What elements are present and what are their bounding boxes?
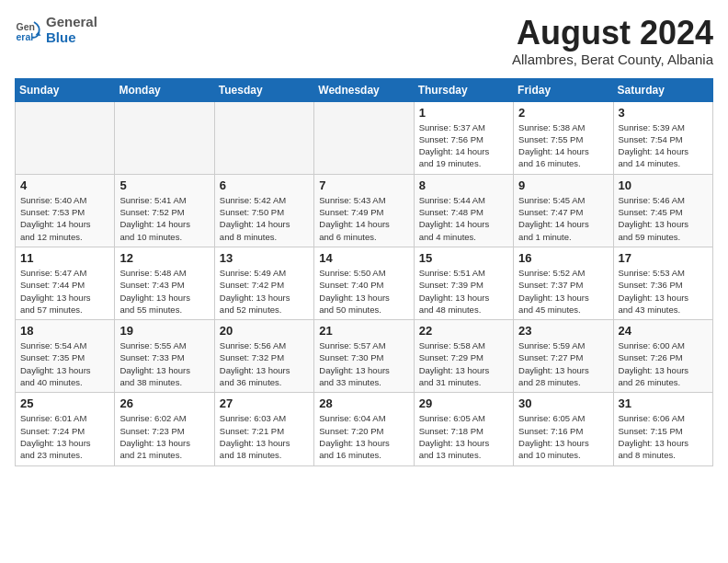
day-number: 30	[518, 396, 608, 410]
day-number: 16	[518, 251, 608, 265]
calendar-cell	[214, 101, 313, 174]
logo-text: General Blue	[46, 15, 97, 45]
calendar-cell: 21Sunrise: 5:57 AM Sunset: 7:30 PM Dayli…	[314, 320, 414, 393]
day-info: Sunrise: 5:58 AM Sunset: 7:29 PM Dayligh…	[419, 339, 508, 388]
day-number: 20	[220, 324, 309, 338]
calendar-cell: 16Sunrise: 5:52 AM Sunset: 7:37 PM Dayli…	[514, 247, 613, 319]
day-number: 29	[419, 396, 508, 410]
day-number: 22	[419, 324, 508, 338]
calendar-cell: 3Sunrise: 5:39 AM Sunset: 7:54 PM Daylig…	[613, 101, 712, 174]
weekday-header-wednesday: Wednesday	[314, 78, 414, 101]
day-info: Sunrise: 5:53 AM Sunset: 7:36 PM Dayligh…	[619, 267, 708, 316]
day-info: Sunrise: 5:37 AM Sunset: 7:56 PM Dayligh…	[419, 121, 508, 170]
calendar-week-row: 4Sunrise: 5:40 AM Sunset: 7:53 PM Daylig…	[16, 174, 713, 247]
day-info: Sunrise: 6:06 AM Sunset: 7:15 PM Dayligh…	[619, 412, 708, 461]
page-header: Gen eral General Blue August 2024 Allamb…	[15, 15, 713, 67]
day-info: Sunrise: 6:05 AM Sunset: 7:16 PM Dayligh…	[518, 412, 608, 461]
weekday-header-friday: Friday	[514, 78, 613, 101]
calendar-header: SundayMondayTuesdayWednesdayThursdayFrid…	[16, 78, 713, 101]
calendar-week-row: 11Sunrise: 5:47 AM Sunset: 7:44 PM Dayli…	[16, 247, 713, 319]
day-number: 2	[518, 106, 608, 120]
day-info: Sunrise: 5:55 AM Sunset: 7:33 PM Dayligh…	[119, 339, 209, 388]
day-number: 13	[220, 251, 309, 265]
calendar-cell: 7Sunrise: 5:43 AM Sunset: 7:49 PM Daylig…	[314, 174, 414, 247]
day-info: Sunrise: 5:56 AM Sunset: 7:32 PM Dayligh…	[220, 339, 309, 388]
day-info: Sunrise: 5:38 AM Sunset: 7:55 PM Dayligh…	[518, 121, 608, 170]
day-number: 15	[419, 251, 508, 265]
calendar-cell: 14Sunrise: 5:50 AM Sunset: 7:40 PM Dayli…	[314, 247, 414, 319]
calendar-cell: 12Sunrise: 5:48 AM Sunset: 7:43 PM Dayli…	[115, 247, 214, 319]
calendar-cell: 25Sunrise: 6:01 AM Sunset: 7:24 PM Dayli…	[16, 393, 115, 465]
calendar-table: SundayMondayTuesdayWednesdayThursdayFrid…	[15, 78, 713, 466]
calendar-cell: 9Sunrise: 5:45 AM Sunset: 7:47 PM Daylig…	[514, 174, 613, 247]
day-info: Sunrise: 5:42 AM Sunset: 7:50 PM Dayligh…	[220, 194, 309, 243]
day-info: Sunrise: 5:45 AM Sunset: 7:47 PM Dayligh…	[518, 194, 608, 243]
day-info: Sunrise: 5:51 AM Sunset: 7:39 PM Dayligh…	[419, 267, 508, 316]
calendar-cell: 2Sunrise: 5:38 AM Sunset: 7:55 PM Daylig…	[514, 101, 613, 174]
day-number: 4	[20, 178, 109, 192]
day-number: 12	[119, 251, 209, 265]
calendar-cell: 4Sunrise: 5:40 AM Sunset: 7:53 PM Daylig…	[16, 174, 115, 247]
location-subtitle: Allambres, Berat County, Albania	[512, 52, 713, 67]
day-number: 1	[419, 106, 508, 120]
calendar-cell: 11Sunrise: 5:47 AM Sunset: 7:44 PM Dayli…	[16, 247, 115, 319]
day-info: Sunrise: 5:46 AM Sunset: 7:45 PM Dayligh…	[619, 194, 708, 243]
logo: Gen eral General Blue	[15, 15, 97, 45]
calendar-week-row: 18Sunrise: 5:54 AM Sunset: 7:35 PM Dayli…	[16, 320, 713, 393]
calendar-cell: 13Sunrise: 5:49 AM Sunset: 7:42 PM Dayli…	[214, 247, 313, 319]
svg-text:eral: eral	[17, 30, 34, 41]
day-info: Sunrise: 5:47 AM Sunset: 7:44 PM Dayligh…	[20, 267, 109, 316]
day-info: Sunrise: 5:49 AM Sunset: 7:42 PM Dayligh…	[220, 267, 309, 316]
calendar-cell: 15Sunrise: 5:51 AM Sunset: 7:39 PM Dayli…	[414, 247, 513, 319]
day-info: Sunrise: 5:39 AM Sunset: 7:54 PM Dayligh…	[619, 121, 708, 170]
calendar-cell: 28Sunrise: 6:04 AM Sunset: 7:20 PM Dayli…	[314, 393, 414, 465]
weekday-header-saturday: Saturday	[613, 78, 712, 101]
calendar-body: 1Sunrise: 5:37 AM Sunset: 7:56 PM Daylig…	[16, 101, 713, 465]
month-title: August 2024	[512, 15, 713, 52]
day-number: 11	[20, 251, 109, 265]
logo-blue: Blue	[46, 30, 97, 46]
weekday-header-monday: Monday	[115, 78, 214, 101]
day-number: 23	[518, 324, 608, 338]
day-info: Sunrise: 5:52 AM Sunset: 7:37 PM Dayligh…	[518, 267, 608, 316]
day-number: 19	[119, 324, 209, 338]
day-number: 26	[119, 396, 209, 410]
day-info: Sunrise: 6:05 AM Sunset: 7:18 PM Dayligh…	[419, 412, 508, 461]
day-info: Sunrise: 5:44 AM Sunset: 7:48 PM Dayligh…	[419, 194, 508, 243]
day-info: Sunrise: 5:57 AM Sunset: 7:30 PM Dayligh…	[319, 339, 408, 388]
day-info: Sunrise: 5:43 AM Sunset: 7:49 PM Dayligh…	[319, 194, 408, 243]
title-area: August 2024 Allambres, Berat County, Alb…	[512, 15, 713, 67]
weekday-header-tuesday: Tuesday	[214, 78, 313, 101]
day-info: Sunrise: 5:59 AM Sunset: 7:27 PM Dayligh…	[518, 339, 608, 388]
calendar-week-row: 1Sunrise: 5:37 AM Sunset: 7:56 PM Daylig…	[16, 101, 713, 174]
calendar-cell: 19Sunrise: 5:55 AM Sunset: 7:33 PM Dayli…	[115, 320, 214, 393]
day-info: Sunrise: 6:01 AM Sunset: 7:24 PM Dayligh…	[20, 412, 109, 461]
day-number: 25	[20, 396, 109, 410]
calendar-cell: 5Sunrise: 5:41 AM Sunset: 7:52 PM Daylig…	[115, 174, 214, 247]
day-number: 31	[619, 396, 708, 410]
day-number: 5	[119, 178, 209, 192]
weekday-header-thursday: Thursday	[414, 78, 513, 101]
day-number: 10	[619, 178, 708, 192]
day-info: Sunrise: 6:04 AM Sunset: 7:20 PM Dayligh…	[319, 412, 408, 461]
day-number: 6	[220, 178, 309, 192]
calendar-cell: 24Sunrise: 6:00 AM Sunset: 7:26 PM Dayli…	[613, 320, 712, 393]
calendar-cell: 22Sunrise: 5:58 AM Sunset: 7:29 PM Dayli…	[414, 320, 513, 393]
day-number: 18	[20, 324, 109, 338]
day-number: 9	[518, 178, 608, 192]
day-number: 21	[319, 324, 408, 338]
logo-icon: Gen eral	[15, 17, 42, 44]
day-info: Sunrise: 6:00 AM Sunset: 7:26 PM Dayligh…	[619, 339, 708, 388]
day-info: Sunrise: 5:41 AM Sunset: 7:52 PM Dayligh…	[119, 194, 209, 243]
svg-marker-2	[36, 31, 41, 36]
calendar-cell: 27Sunrise: 6:03 AM Sunset: 7:21 PM Dayli…	[214, 393, 313, 465]
calendar-cell: 18Sunrise: 5:54 AM Sunset: 7:35 PM Dayli…	[16, 320, 115, 393]
calendar-cell: 31Sunrise: 6:06 AM Sunset: 7:15 PM Dayli…	[613, 393, 712, 465]
day-number: 14	[319, 251, 408, 265]
day-info: Sunrise: 6:03 AM Sunset: 7:21 PM Dayligh…	[220, 412, 309, 461]
calendar-cell: 17Sunrise: 5:53 AM Sunset: 7:36 PM Dayli…	[613, 247, 712, 319]
day-info: Sunrise: 6:02 AM Sunset: 7:23 PM Dayligh…	[119, 412, 209, 461]
calendar-cell	[16, 101, 115, 174]
calendar-cell: 23Sunrise: 5:59 AM Sunset: 7:27 PM Dayli…	[514, 320, 613, 393]
day-info: Sunrise: 5:40 AM Sunset: 7:53 PM Dayligh…	[20, 194, 109, 243]
